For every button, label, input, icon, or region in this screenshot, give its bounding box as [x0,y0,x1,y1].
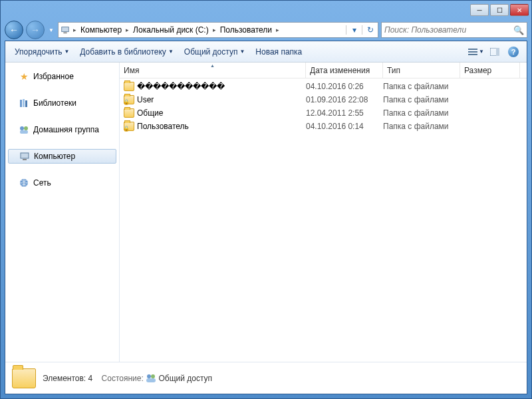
help-icon: ? [508,47,519,57]
svg-rect-0 [62,27,69,32]
maximize-button[interactable]: ☐ [490,4,509,16]
chevron-right-icon[interactable]: ▸ [124,27,130,33]
sidebar-item-label: Домашняя группа [33,125,99,134]
arrow-right-icon: → [31,25,40,35]
body-split: ★ Избранное Библиотеки [5,63,527,362]
svg-rect-6 [496,48,499,56]
address-bar: ← → ▼ ▸ Компьютер ▸ Локальный диск (C:) … [1,19,531,41]
svg-rect-7 [20,100,22,107]
folder-icon [124,108,134,118]
arrow-left-icon: ← [9,25,19,35]
chevron-down-icon: ▼ [479,49,484,55]
file-row[interactable]: Общие12.04.2011 2:55Папка с файлами [120,106,527,120]
network-icon [19,178,29,188]
chevron-right-icon[interactable]: ▸ [211,27,217,33]
computer-icon [59,25,72,35]
crumb-users[interactable]: Пользователи [217,25,275,35]
sidebar-item-homegroup[interactable]: Домашняя группа [5,122,119,137]
search-icon[interactable]: 🔍 [513,25,524,35]
path-dropdown[interactable]: ▾ [346,25,362,35]
sidebar-item-label: Сеть [33,178,51,188]
file-type: Папка с файлами [383,108,460,118]
column-header-name[interactable]: Имя [120,63,306,78]
organize-label: Упорядочить [15,47,62,57]
preview-pane-button[interactable] [487,45,503,59]
sidebar-item-favorites[interactable]: ★ Избранное [5,69,119,84]
add-to-library-button[interactable]: Добавить в библиотеку ▼ [76,45,177,59]
file-type: Папка с файлами [383,82,460,91]
search-box[interactable]: 🔍 [381,22,527,38]
folder-icon [124,122,134,131]
status-state-value: Общий доступ [158,374,212,383]
svg-rect-18 [146,378,156,382]
column-headers: Имя Дата изменения Тип Размер [120,63,527,78]
file-row[interactable]: �����������04.10.2016 0:26Папка с файлам… [120,80,527,93]
svg-point-11 [24,126,28,130]
file-name: Общие [137,108,163,118]
minimize-button[interactable]: ─ [470,4,489,16]
star-icon: ★ [19,71,29,82]
file-list: �����������04.10.2016 0:26Папка с файлам… [120,78,527,362]
svg-rect-12 [20,130,28,134]
share-button[interactable]: Общий доступ ▼ [180,45,249,59]
svg-rect-2 [468,49,477,50]
titlebar: ─ ☐ ✕ [1,1,531,19]
computer-icon [19,151,30,162]
sidebar-item-computer[interactable]: Компьютер [8,149,116,164]
svg-point-10 [20,126,24,130]
chevron-right-icon[interactable]: ▸ [275,27,281,33]
file-name: Пользователь [137,122,189,131]
people-icon [146,374,158,383]
svg-rect-3 [468,51,477,53]
file-name: ����������� [137,82,225,91]
file-row[interactable]: Пользователь04.10.2016 0:14Папка с файла… [120,120,527,133]
chevron-down-icon: ▼ [168,49,174,55]
breadcrumb[interactable]: ▸ Компьютер ▸ Локальный диск (C:) ▸ Поль… [58,22,378,38]
svg-point-16 [147,374,151,378]
status-elements-count: Элементов: 4 [43,374,92,383]
file-row[interactable]: User01.09.2016 22:08Папка с файлами [120,93,527,106]
homegroup-icon [19,124,29,135]
svg-rect-1 [63,33,66,34]
share-label: Общий доступ [184,47,238,57]
search-input[interactable] [384,25,513,35]
sidebar-item-network[interactable]: Сеть [5,176,119,190]
folder-icon [124,82,134,91]
content-frame: Упорядочить ▼ Добавить в библиотеку ▼ Об… [5,41,527,394]
file-name: User [137,95,154,104]
chevron-right-icon[interactable]: ▸ [72,27,78,33]
add-to-library-label: Добавить в библиотеку [80,47,166,57]
explorer-window: ─ ☐ ✕ ← → ▼ ▸ Компьютер ▸ Локальный диск… [0,0,532,399]
back-button[interactable]: ← [5,21,23,39]
organize-button[interactable]: Упорядочить ▼ [11,45,73,59]
column-header-size[interactable]: Размер [460,63,520,78]
crumb-computer[interactable]: Компьютер [78,25,124,35]
svg-rect-4 [468,54,477,55]
file-view: Имя Дата изменения Тип Размер ����������… [120,63,527,362]
statusbar: Элементов: 4 Состояние: Общий доступ [5,362,527,394]
refresh-button[interactable]: ↻ [362,25,378,35]
toolbar: Упорядочить ▼ Добавить в библиотеку ▼ Об… [5,41,527,63]
file-type: Папка с файлами [383,95,460,104]
file-date: 04.10.2016 0:14 [306,122,383,131]
sidebar-item-label: Библиотеки [33,98,76,108]
column-header-date[interactable]: Дата изменения [306,63,383,78]
file-date: 01.09.2016 22:08 [306,95,383,104]
nav-history-dropdown[interactable]: ▼ [47,23,55,37]
forward-button[interactable]: → [26,21,45,39]
column-header-type[interactable]: Тип [383,63,460,78]
svg-rect-9 [25,100,27,107]
view-options-button[interactable]: ▼ [468,45,484,59]
crumb-local-disk[interactable]: Локальный диск (C:) [130,25,211,35]
navigation-pane: ★ Избранное Библиотеки [5,63,120,362]
chevron-down-icon: ▼ [239,49,245,55]
chevron-down-icon: ▼ [64,49,69,55]
sidebar-item-libraries[interactable]: Библиотеки [5,96,119,110]
close-button[interactable]: ✕ [510,4,529,16]
new-folder-label: Новая папка [255,47,302,57]
help-button[interactable]: ? [505,45,521,59]
status-state-label: Состояние: [102,374,144,383]
sidebar-item-label: Компьютер [34,152,75,161]
svg-rect-8 [23,99,25,107]
new-folder-button[interactable]: Новая папка [251,45,306,59]
